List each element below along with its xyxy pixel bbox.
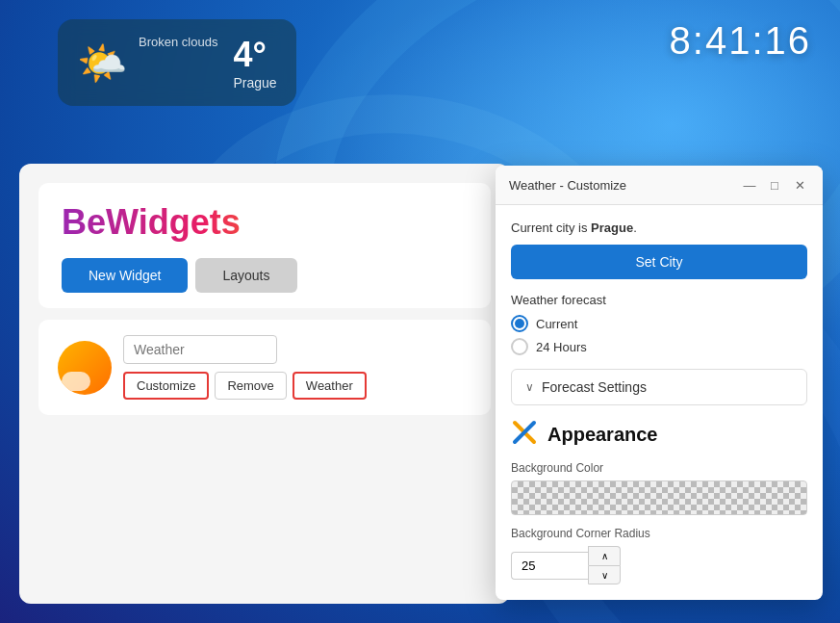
bg-corner-label: Background Corner Radius bbox=[511, 527, 807, 540]
customize-button[interactable]: Customize bbox=[123, 372, 209, 400]
panel-title: Weather - Customize bbox=[509, 178, 626, 193]
appearance-icon-container bbox=[511, 419, 538, 450]
current-city-label: Current city is bbox=[511, 221, 591, 235]
remove-button[interactable]: Remove bbox=[215, 372, 286, 400]
titlebar-controls: — □ ✕ bbox=[740, 175, 809, 195]
weather-city: Prague bbox=[233, 75, 276, 91]
app-main-buttons: New Widget Layouts bbox=[62, 258, 468, 293]
weather-widget-top: 🌤️ Broken clouds 4° Prague bbox=[58, 19, 296, 106]
corner-radius-control: ∧ ∨ bbox=[511, 546, 807, 584]
color-picker[interactable] bbox=[511, 480, 807, 515]
forecast-24hours-label: 24 Hours bbox=[536, 340, 587, 354]
panel-body: Current city is Prague. Set City Weather… bbox=[496, 205, 823, 600]
weather-temperature: 4° bbox=[233, 35, 276, 75]
widget-list-item: Customize Remove Weather bbox=[38, 320, 491, 415]
new-widget-button[interactable]: New Widget bbox=[62, 258, 188, 293]
forecast-options: Current 24 Hours bbox=[511, 315, 807, 355]
app-logo: BeWidgets bbox=[62, 202, 468, 243]
minimize-button[interactable]: — bbox=[740, 175, 759, 195]
forecast-settings-button[interactable]: ∨ Forecast Settings bbox=[511, 369, 807, 405]
app-inner: BeWidgets New Widget Layouts Customize R… bbox=[19, 164, 510, 604]
set-city-button[interactable]: Set City bbox=[511, 245, 807, 279]
chevron-down-icon: ∨ bbox=[525, 380, 534, 394]
widget-actions: Customize Remove Weather bbox=[123, 372, 471, 400]
forecast-label: Weather forecast bbox=[511, 293, 807, 307]
weather-description: Broken clouds bbox=[139, 35, 217, 49]
weather-info: Broken clouds 4° Prague bbox=[139, 35, 277, 91]
panel-titlebar: Weather - Customize — □ ✕ bbox=[496, 166, 823, 205]
stepper-buttons: ∧ ∨ bbox=[588, 546, 621, 584]
app-container: BeWidgets New Widget Layouts Customize R… bbox=[19, 164, 510, 604]
current-city-info: Current city is Prague. bbox=[511, 221, 807, 235]
widget-type-button[interactable]: Weather bbox=[293, 372, 367, 400]
customize-panel: Weather - Customize — □ ✕ Current city i… bbox=[496, 166, 823, 600]
clock: 8:41:16 bbox=[670, 19, 811, 63]
appearance-x-icon bbox=[511, 419, 538, 446]
bg-color-label: Background Color bbox=[511, 461, 807, 475]
appearance-title: Appearance bbox=[547, 424, 658, 446]
corner-radius-input[interactable] bbox=[511, 552, 588, 580]
corner-radius-down-button[interactable]: ∨ bbox=[588, 565, 621, 584]
forecast-option-current[interactable]: Current bbox=[511, 315, 807, 332]
widget-item-icon bbox=[58, 341, 112, 395]
corner-radius-up-button[interactable]: ∧ bbox=[588, 546, 621, 565]
appearance-section: Appearance bbox=[511, 419, 807, 450]
weather-icon: 🌤️ bbox=[77, 39, 127, 87]
logo-area: BeWidgets New Widget Layouts bbox=[38, 183, 491, 308]
layouts-button[interactable]: Layouts bbox=[195, 258, 296, 293]
close-button[interactable]: ✕ bbox=[790, 175, 809, 195]
current-city-name: Prague bbox=[591, 221, 633, 235]
forecast-settings-label: Forecast Settings bbox=[542, 379, 647, 395]
radio-current bbox=[511, 315, 528, 332]
widget-item-info: Customize Remove Weather bbox=[123, 335, 471, 400]
widget-name-input[interactable] bbox=[123, 335, 277, 364]
maximize-button[interactable]: □ bbox=[765, 175, 784, 195]
forecast-current-label: Current bbox=[536, 317, 577, 331]
radio-24hours bbox=[511, 338, 528, 355]
current-city-suffix: . bbox=[633, 221, 637, 235]
forecast-option-24hours[interactable]: 24 Hours bbox=[511, 338, 807, 355]
